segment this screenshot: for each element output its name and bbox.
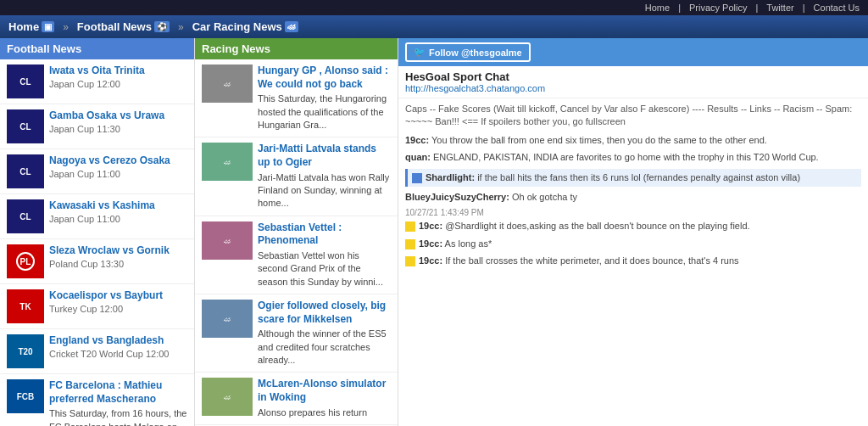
chat-description: Caps -- Fake Scores (Wait till kickoff, … xyxy=(405,103,861,129)
racing-icon: 🏎 xyxy=(285,21,298,32)
msg-sender: quan: xyxy=(405,152,431,162)
content-wrapper: Football News CL Iwata vs Oita Trinita J… xyxy=(0,38,868,426)
racing-label: Car Racing News xyxy=(192,20,282,33)
top-nav-privacy[interactable]: Privacy Policy xyxy=(689,3,747,13)
football-news-text-1: Gamba Osaka vs Urawa Japan Cup 11:30 xyxy=(49,109,187,134)
football-news-item: T20 England vs Bangladesh Cricket T20 Wo… xyxy=(0,329,194,374)
racing-news-item: 🏎 Jari-Matti Latvala stands up to Ogier … xyxy=(195,137,398,216)
racing-news-snippet: Alonso prepares his return xyxy=(258,406,391,419)
football-news-item: TK Kocaelispor vs Bayburt Turkey Cup 12:… xyxy=(0,284,194,329)
msg-text: If the ball crosses the white perimeter,… xyxy=(445,255,738,266)
msg-sender: BlueyJuicySuzyChe­rry: xyxy=(405,192,509,202)
home-label: Home xyxy=(8,20,39,33)
racing-news-text-3: Ogier followed closely, big scare for Mi… xyxy=(258,300,391,367)
svg-text:🏎: 🏎 xyxy=(224,238,231,245)
football-thumb-7: FCB xyxy=(7,379,44,413)
football-news-text-3: Kawasaki vs Kashima Japan Cup 11:00 xyxy=(49,199,187,224)
msg-text: if the ball hits the fans then its 6 run… xyxy=(477,172,800,182)
svg-text:CL: CL xyxy=(19,122,31,132)
football-thumb-2: CL xyxy=(7,154,44,188)
football-news-item: CL Gamba Osaka vs Urawa Japan Cup 11:30 xyxy=(0,104,194,149)
racing-thumb-3: 🏎 xyxy=(202,300,253,338)
football-thumb-3: CL xyxy=(7,199,44,233)
svg-text:CL: CL xyxy=(19,212,31,221)
football-news-title[interactable]: Gamba Osaka vs Urawa xyxy=(49,109,187,123)
chat-messages: 19cc: You throw the ball from one end si… xyxy=(405,134,861,268)
racing-news-text-4: McLaren-Alonso simulator in Woking Alons… xyxy=(258,378,391,419)
svg-text:🏎: 🏎 xyxy=(224,316,231,323)
racing-column: Racing News 🏎 Hungary GP , Alonso said :… xyxy=(195,38,398,426)
svg-text:TK: TK xyxy=(19,302,31,311)
football-news-subtitle: Japan Cup 12:00 xyxy=(49,79,187,89)
chat-column: 🐦 Follow @thesgoalme HesGoal Sport Chat … xyxy=(398,38,868,426)
msg-text: ENGLAND, PAKISTAN, INDIA are favorites t… xyxy=(433,152,819,162)
msg-sender: 19cc: xyxy=(419,255,442,266)
football-news-subtitle: Cricket T20 World Cup 12:00 xyxy=(49,349,187,359)
football-news-title[interactable]: England vs Bangladesh xyxy=(49,334,187,348)
racing-news-text-2: Sebastian Vettel : Phenomenal Sebastian … xyxy=(258,221,391,289)
racing-thumb-1: 🏎 xyxy=(202,143,253,181)
racing-news-item: 🏎 McLaren-Alonso simulator in Woking Alo… xyxy=(195,373,398,425)
nav-football[interactable]: Football News ⚽ xyxy=(77,20,170,33)
top-navigation: Home | Privacy Policy | Twitter | Contac… xyxy=(0,0,868,15)
chat-message: 19cc: If the ball crosses the white peri… xyxy=(405,255,861,267)
football-news-title[interactable]: Kawasaki vs Kashima xyxy=(49,199,187,213)
racing-thumb-4: 🏎 xyxy=(202,378,253,416)
chat-timestamp: 10/27/21 1:43:49 PM xyxy=(405,208,861,217)
home-icon: ▣ xyxy=(42,21,54,32)
football-label: Football News xyxy=(77,20,152,33)
racing-news-title[interactable]: Hungary GP , Alonso said : We could not … xyxy=(258,64,391,91)
racing-news-title[interactable]: Jari-Matti Latvala stands up to Ogier xyxy=(258,143,391,169)
svg-text:PL: PL xyxy=(20,257,31,266)
football-news-title[interactable]: FC Barcelona : Mathieu preferred Mascher… xyxy=(49,379,187,406)
racing-news-item: 🏎 Sebastian Vettel : Phenomenal Sebastia… xyxy=(195,216,398,294)
chat-message: Shardlight: if the ball hits the fans th… xyxy=(405,169,861,187)
football-heading: Football News xyxy=(0,38,194,59)
football-news-title[interactable]: Sleza Wroclaw vs Gornik xyxy=(49,244,187,258)
svg-text:FCB: FCB xyxy=(17,392,35,401)
chat-name: HesGoal Sport Chat xyxy=(405,70,861,83)
svg-text:T20: T20 xyxy=(18,347,33,356)
racing-news-text-1: Jari-Matti Latvala stands up to Ogier Ja… xyxy=(258,143,391,210)
racing-news-snippet: Jari-Matti Latvala has won Rally Finland… xyxy=(258,171,391,210)
football-news-snippet: This Saturday, from 16 hours, the FC Bar… xyxy=(49,407,187,426)
football-news-item: FCB FC Barcelona : Mathieu preferred Mas… xyxy=(0,374,194,426)
main-navigation: Home ▣ » Football News ⚽ » Car Racing Ne… xyxy=(0,15,868,38)
racing-news-item: 🏎 Ogier followed closely, big scare for … xyxy=(195,294,398,373)
football-news-item: CL Kawasaki vs Kashima Japan Cup 11:00 xyxy=(0,194,194,239)
svg-text:🏎: 🏎 xyxy=(224,81,231,88)
football-news-item: PL Sleza Wroclaw vs Gornik Poland Cup 13… xyxy=(0,239,194,284)
football-thumb-1: CL xyxy=(7,109,44,143)
top-nav-home[interactable]: Home xyxy=(645,3,670,13)
follow-button[interactable]: 🐦 Follow @thesgoalme xyxy=(405,42,531,62)
football-news-text-6: England vs Bangladesh Cricket T20 World … xyxy=(49,334,187,359)
svg-text:CL: CL xyxy=(19,167,31,177)
racing-items-list: 🏎 Hungary GP , Alonso said : We could no… xyxy=(195,59,398,426)
football-news-subtitle: Japan Cup 11:00 xyxy=(49,169,187,179)
football-items-list: CL Iwata vs Oita Trinita Japan Cup 12:00… xyxy=(0,59,194,426)
twitter-icon: 🐦 xyxy=(414,47,426,58)
chat-message: BlueyJuicySuzyChe­rry: Oh ok gotcha ty xyxy=(405,191,861,204)
top-nav-contact[interactable]: Contact Us xyxy=(814,3,860,13)
racing-thumb-2: 🏎 xyxy=(202,221,253,260)
chat-message: 19cc: @Shardlight it does,asking as the … xyxy=(405,220,861,233)
football-news-title[interactable]: Kocaelispor vs Bayburt xyxy=(49,289,187,303)
racing-news-title[interactable]: McLaren-Alonso simulator in Woking xyxy=(258,378,391,404)
football-news-subtitle: Japan Cup 11:00 xyxy=(49,214,187,224)
football-news-title[interactable]: Iwata vs Oita Trinita xyxy=(49,64,187,78)
racing-news-item: 🏎 Hungary GP , Alonso said : We could no… xyxy=(195,59,398,137)
follow-label: Follow @thesgoalme xyxy=(429,48,522,58)
football-news-title[interactable]: Nagoya vs Cerezo Osaka xyxy=(49,154,187,168)
msg-text: Oh ok gotcha ty xyxy=(512,192,577,202)
football-news-subtitle: Japan Cup 11:30 xyxy=(49,124,187,134)
racing-news-title[interactable]: Ogier followed closely, big scare for Mi… xyxy=(258,300,391,326)
nav-racing[interactable]: Car Racing News 🏎 xyxy=(192,20,298,33)
nav-home[interactable]: Home ▣ xyxy=(8,20,54,33)
chat-url: http://hesgoalchat3.chatango.com xyxy=(405,83,861,93)
chat-message: 19cc: You throw the ball from one end si… xyxy=(405,134,861,147)
chat-title-bar: HesGoal Sport Chat http://hesgoalchat3.c… xyxy=(398,66,868,98)
top-nav-twitter[interactable]: Twitter xyxy=(766,3,793,13)
svg-text:🏎: 🏎 xyxy=(224,159,231,166)
msg-sender: 19cc: xyxy=(419,221,442,231)
racing-news-title[interactable]: Sebastian Vettel : Phenomenal xyxy=(258,221,391,248)
